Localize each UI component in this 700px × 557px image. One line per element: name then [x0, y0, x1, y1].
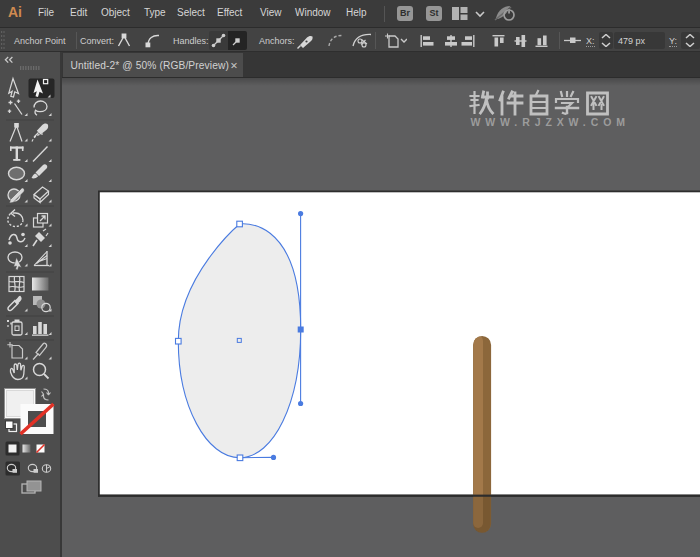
- svg-text:WWW.RJZXW.COM: WWW.RJZXW.COM: [471, 116, 630, 128]
